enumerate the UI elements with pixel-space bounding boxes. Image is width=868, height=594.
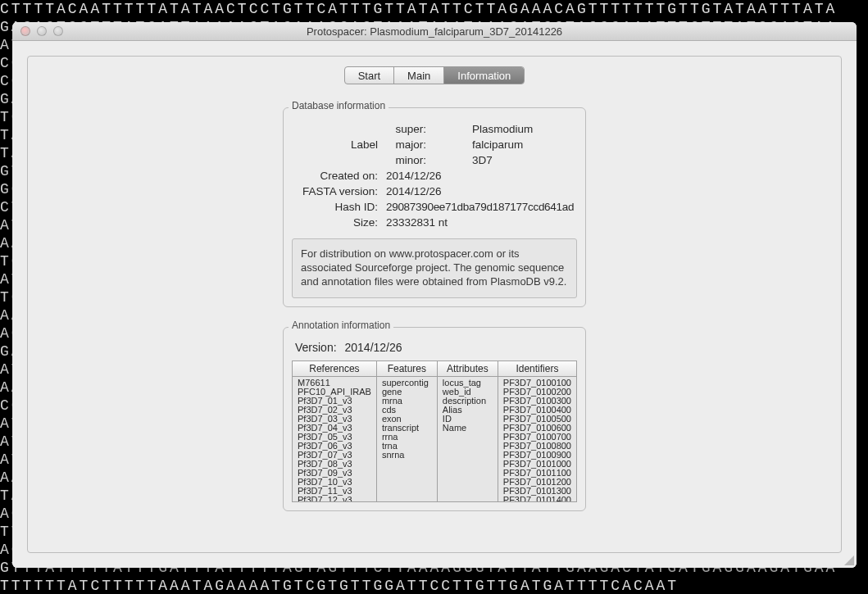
zoom-icon[interactable] xyxy=(53,26,63,36)
identifiers-body[interactable]: PF3D7_0100100PF3D7_0100200PF3D7_0100300P… xyxy=(498,377,576,501)
list-item[interactable]: Name xyxy=(443,424,493,433)
major-label: major: xyxy=(386,138,431,151)
database-info-group: Database information Label super: Plasmo… xyxy=(283,107,586,307)
attributes-header[interactable]: Attributes xyxy=(438,361,498,377)
hash-label: Hash ID: xyxy=(292,201,378,213)
main-panel: Start Main Information Database informat… xyxy=(27,56,842,553)
annotation-version-label: Version: xyxy=(295,341,337,354)
annotation-version-row: Version: 2014/12/26 xyxy=(292,336,577,360)
created-value: 2014/12/26 xyxy=(386,170,577,182)
super-value: Plasmodium xyxy=(472,123,577,135)
minor-value: 3D7 xyxy=(472,154,577,166)
window-title: Protospacer: Plasmodium_falciparum_3D7_2… xyxy=(12,25,857,38)
database-description: For distribution on www.protospacer.com … xyxy=(292,238,577,298)
database-info-rows: Label super: Plasmodium major: falciparu… xyxy=(292,123,577,229)
titlebar: Protospacer: Plasmodium_falciparum_3D7_2… xyxy=(12,22,857,41)
annotation-version-value: 2014/12/26 xyxy=(344,341,402,354)
minimize-icon[interactable] xyxy=(37,26,47,36)
created-label: Created on: xyxy=(292,170,378,182)
features-body[interactable]: supercontiggenemrnacdsexontranscriptrrna… xyxy=(377,377,437,501)
list-item[interactable]: Pf3D7_12_v3 xyxy=(298,496,371,501)
tab-information[interactable]: Information xyxy=(444,67,524,84)
annotation-table: References M76611PFC10_API_IRABPf3D7_01_… xyxy=(292,360,577,502)
content-area: Start Main Information Database informat… xyxy=(12,41,857,568)
resize-grip-icon[interactable] xyxy=(843,554,854,565)
major-value: falciparum xyxy=(472,138,577,151)
list-item[interactable]: snrna xyxy=(382,451,432,460)
super-label: super: xyxy=(386,123,431,135)
app-window: Protospacer: Plasmodium_falciparum_3D7_2… xyxy=(12,22,857,568)
hash-value: 29087390ee71dba79d187177ccd641ad xyxy=(386,201,577,213)
attributes-column: Attributes locus_tagweb_iddescriptionAli… xyxy=(438,361,498,501)
annotation-info-group: Annotation information Version: 2014/12/… xyxy=(283,327,586,511)
identifiers-column: Identifiers PF3D7_0100100PF3D7_0100200PF… xyxy=(498,361,576,501)
tab-main[interactable]: Main xyxy=(394,67,444,84)
close-icon[interactable] xyxy=(20,26,30,36)
database-info-legend: Database information xyxy=(289,100,389,111)
references-column: References M76611PFC10_API_IRABPf3D7_01_… xyxy=(293,361,377,501)
references-body[interactable]: M76611PFC10_API_IRABPf3D7_01_v3Pf3D7_02_… xyxy=(293,377,376,501)
identifiers-header[interactable]: Identifiers xyxy=(498,361,576,377)
annotation-info-legend: Annotation information xyxy=(289,320,393,331)
tab-row: Start Main Information xyxy=(44,66,825,84)
traffic-lights xyxy=(12,26,63,36)
features-column: Features supercontiggenemrnacdsexontrans… xyxy=(377,361,438,501)
tab-start[interactable]: Start xyxy=(345,67,394,84)
tab-segmented-control: Start Main Information xyxy=(344,66,525,84)
list-item[interactable]: PF3D7_0101400 xyxy=(503,496,571,501)
fasta-value: 2014/12/26 xyxy=(386,185,577,197)
attributes-body[interactable]: locus_tagweb_iddescriptionAliasIDName xyxy=(438,377,498,501)
size-label: Size: xyxy=(292,216,378,229)
size-value: 23332831 nt xyxy=(386,216,577,229)
references-header[interactable]: References xyxy=(293,361,376,377)
features-header[interactable]: Features xyxy=(377,361,437,377)
fasta-label: FASTA version: xyxy=(292,185,378,197)
label-group-label: Label xyxy=(292,138,378,151)
minor-label: minor: xyxy=(386,154,431,166)
